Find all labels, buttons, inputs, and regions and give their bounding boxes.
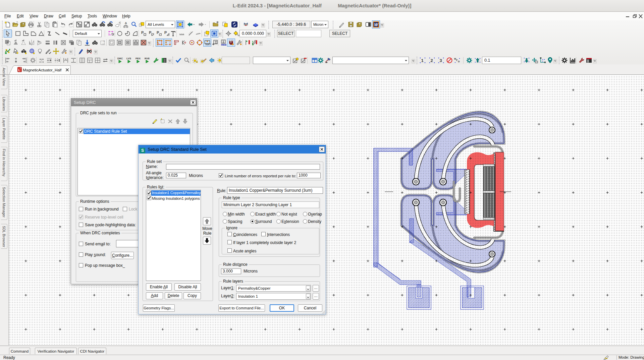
svg-text:PEX: PEX (136, 57, 141, 60)
svg-text:W: W (374, 22, 379, 27)
svg-text:P: P (164, 31, 167, 35)
svg-text:x: x (104, 40, 105, 42)
svg-text:P: P (141, 31, 144, 35)
svg-text:1: 1 (421, 58, 424, 63)
svg-text:DRC: DRC (117, 57, 123, 60)
svg-text:G: G (458, 60, 460, 63)
svg-text:LVS: LVS (126, 57, 131, 60)
svg-text:3: 3 (440, 58, 442, 63)
svg-text:P: P (149, 31, 151, 35)
svg-text:L: L (18, 68, 20, 72)
svg-text:A: A (125, 21, 127, 25)
svg-text:2: 2 (431, 58, 433, 63)
svg-text:P: P (157, 31, 159, 35)
svg-text:RVE: RVE (145, 57, 150, 60)
svg-text:TEXT: TEXT (205, 43, 211, 46)
svg-text:MBB: MBB (221, 44, 226, 46)
